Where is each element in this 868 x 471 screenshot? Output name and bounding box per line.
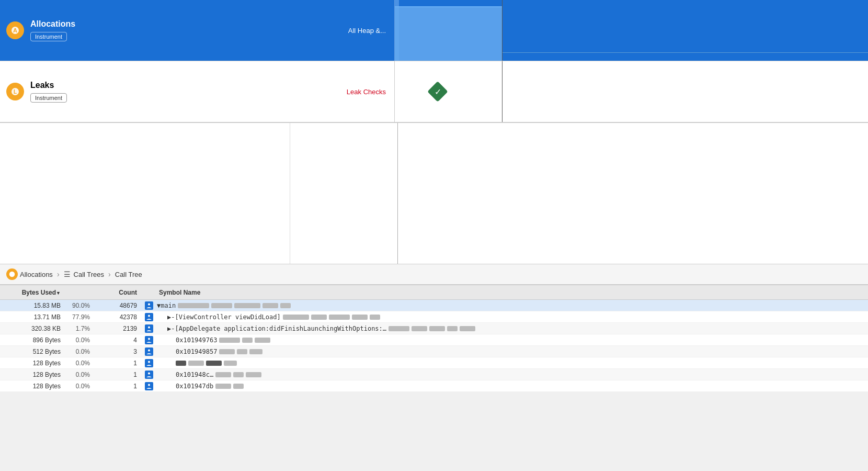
- cell-bytes-6: 128 Bytes: [0, 371, 63, 378]
- cell-icon-2: [141, 324, 157, 333]
- symbol-text-0: ▼main: [157, 302, 176, 309]
- cell-pct-6: 0.0%: [63, 371, 94, 378]
- table-row[interactable]: 512 Bytes 0.0% 3 0x101949857: [0, 346, 868, 357]
- col-header-symbol[interactable]: Symbol Name: [157, 289, 868, 296]
- breadcrumb-sep-1: ›: [108, 270, 111, 278]
- symbol-text-2: ▶-[AppDelegate application:didFinishLaun…: [167, 325, 386, 332]
- symbol-text-4: 0x101949857: [176, 348, 217, 355]
- person-icon-7: [145, 382, 153, 390]
- blurred-5-1: [188, 361, 204, 366]
- person-icon-5: [145, 359, 153, 367]
- cell-symbol-5: [157, 361, 868, 366]
- blurred-1-0: [283, 315, 309, 320]
- cell-symbol-4: 0x101949857: [157, 348, 868, 355]
- leaks-info: Leaks Instrument: [30, 81, 67, 103]
- table-body: 15.83 MB 90.0% 48679 ▼main 13.71 MB 77.9…: [0, 300, 868, 392]
- breadcrumb-allocations-icon: [6, 268, 18, 280]
- breadcrumb-item-2[interactable]: Call Tree: [115, 271, 142, 278]
- cell-symbol-7: 0x101947db: [157, 383, 868, 390]
- cell-pct-2: 1.7%: [63, 325, 94, 332]
- allocations-info: Allocations Instrument: [30, 19, 75, 41]
- cell-count-7: 1: [94, 383, 141, 390]
- allocations-left: A Allocations Instrument: [0, 0, 290, 61]
- table-row[interactable]: 128 Bytes 0.0% 1 0x101947db: [0, 380, 868, 392]
- cell-count-1: 42378: [94, 313, 141, 321]
- leaks-track-label: Leak Checks: [290, 61, 395, 122]
- breadcrumb-item-0[interactable]: Allocations: [20, 271, 53, 278]
- svg-point-4: [9, 272, 15, 277]
- table-row[interactable]: 15.83 MB 90.0% 48679 ▼main: [0, 300, 868, 311]
- svg-point-10: [148, 361, 150, 363]
- cell-count-5: 1: [94, 360, 141, 367]
- svg-text:A: A: [13, 27, 17, 33]
- cell-count-0: 48679: [94, 302, 141, 309]
- svg-point-12: [148, 384, 150, 386]
- table-row[interactable]: 128 Bytes 0.0% 1: [0, 357, 868, 369]
- empty-cursor-line: [397, 123, 398, 264]
- table-row[interactable]: 13.71 MB 77.9% 42378 ▶-[ViewController v…: [0, 311, 868, 323]
- blurred-1-3: [352, 315, 368, 320]
- person-icon-6: [145, 371, 153, 379]
- empty-row: [0, 123, 868, 264]
- cell-pct-7: 0.0%: [63, 383, 94, 390]
- breadcrumb-item-1[interactable]: Call Trees: [74, 271, 105, 278]
- timeline-cursor-leaks: [502, 61, 502, 122]
- blurred-3-1: [242, 338, 253, 343]
- cell-icon-4: [141, 347, 157, 356]
- allocations-row: A Allocations Instrument All Heap &...: [0, 0, 868, 61]
- svg-point-7: [148, 326, 150, 328]
- col-header-count[interactable]: Count: [94, 289, 141, 296]
- table-row[interactable]: 128 Bytes 0.0% 1 0x101948c…: [0, 369, 868, 380]
- cell-symbol-1: ▶-[ViewController viewDidLoad]: [157, 313, 868, 321]
- symbol-text-3: 0x101949763: [176, 337, 217, 344]
- cell-icon-0: [141, 301, 157, 310]
- cell-count-3: 4: [94, 337, 141, 344]
- blurred-2-4: [460, 326, 475, 331]
- leaks-left: L Leaks Instrument: [0, 61, 290, 122]
- cell-symbol-3: 0x101949763: [157, 337, 868, 344]
- checkmark-icon: ✓: [435, 87, 441, 97]
- symbol-text-1: ▶-[ViewController viewDidLoad]: [167, 313, 281, 321]
- svg-text:L: L: [14, 89, 17, 95]
- blurred-7-1: [233, 384, 244, 389]
- instrument-panel: A Allocations Instrument All Heap &... L…: [0, 0, 868, 123]
- empty-left: [0, 123, 290, 264]
- leaks-row: L Leaks Instrument Leak Checks ✓: [0, 61, 868, 122]
- cell-bytes-2: 320.38 KB: [0, 325, 63, 332]
- timeline-cursor: [502, 0, 502, 61]
- cell-pct-5: 0.0%: [63, 360, 94, 367]
- leak-diamond: ✓: [427, 81, 448, 102]
- blurred-5-2: [206, 361, 222, 366]
- blurred-2-0: [389, 326, 409, 331]
- leaks-icon: L: [6, 83, 24, 100]
- cell-bytes-7: 128 Bytes: [0, 383, 63, 390]
- allocations-chart: [395, 0, 868, 61]
- leaks-title: Leaks: [30, 81, 67, 90]
- cell-count-4: 3: [94, 348, 141, 355]
- blurred-2-3: [447, 326, 458, 331]
- allocations-track-label: All Heap &...: [290, 0, 395, 61]
- blurred-4-0: [219, 349, 235, 354]
- table-row[interactable]: 320.38 KB 1.7% 2139 ▶-[AppDelegate appli…: [0, 323, 868, 334]
- blurred-0-4: [280, 303, 291, 308]
- blurred-4-1: [237, 349, 247, 354]
- table-row[interactable]: 896 Bytes 0.0% 4 0x101949763: [0, 334, 868, 346]
- leaks-badge[interactable]: Instrument: [30, 93, 67, 103]
- person-icon-2: [145, 324, 153, 333]
- allocations-badge[interactable]: Instrument: [30, 32, 67, 41]
- alloc-bar: [395, 6, 502, 61]
- blurred-2-1: [412, 326, 427, 331]
- svg-point-5: [148, 303, 150, 305]
- blurred-3-0: [219, 338, 240, 343]
- cell-icon-1: [141, 313, 157, 321]
- col-header-bytes[interactable]: Bytes Used▼: [0, 289, 63, 296]
- svg-point-11: [148, 372, 150, 374]
- symbol-text-6: 0x101948c…: [176, 371, 213, 378]
- cell-symbol-0: ▼main: [157, 302, 868, 309]
- blurred-1-2: [329, 315, 350, 320]
- symbol-text-7: 0x101947db: [176, 383, 213, 390]
- cell-icon-6: [141, 371, 157, 379]
- sort-desc-icon: ▼: [56, 290, 61, 296]
- breadcrumb-sep-0: ›: [57, 270, 60, 278]
- cell-bytes-3: 896 Bytes: [0, 337, 63, 344]
